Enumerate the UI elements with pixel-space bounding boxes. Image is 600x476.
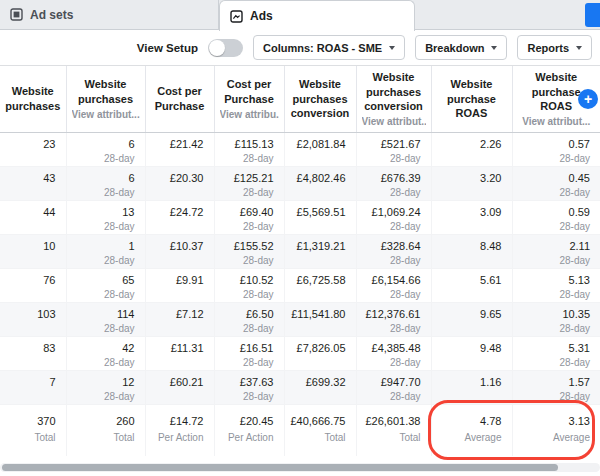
cell: 1.5728-day (512, 370, 600, 404)
cell: £125.2128-day (214, 166, 284, 200)
chevron-down-icon (491, 46, 497, 50)
cell: £16.5128-day (214, 336, 284, 370)
cell: 1228-day (66, 370, 145, 404)
create-button-stub[interactable] (585, 3, 600, 27)
table-header-row: Website purchasesWebsite purchasesView a… (0, 66, 600, 132)
total-cell: £40,666.75Total (284, 404, 356, 456)
cell: 11428-day (66, 302, 145, 336)
cell: £6.5028-day (214, 302, 284, 336)
total-cell: £20.45Per Action (214, 404, 284, 456)
cell: 3.20 (431, 166, 512, 200)
cell: 0.5728-day (512, 132, 600, 166)
cell: £1,069.2428-day (356, 200, 431, 234)
total-cell: 3.13Average (512, 404, 600, 456)
table-row[interactable]: 834228-day£11.31£16.5128-day£7,826.05£4,… (0, 336, 600, 370)
ad-sets-icon (10, 8, 23, 21)
cell: 44 (0, 200, 66, 234)
cell: 2.1128-day (512, 234, 600, 268)
cell: £676.3928-day (356, 166, 431, 200)
chevron-down-icon (389, 46, 395, 50)
view-setup-toggle[interactable] (208, 39, 243, 57)
cell: 3.09 (431, 200, 512, 234)
cell: 0.5928-day (512, 200, 600, 234)
cell: 1328-day (66, 200, 145, 234)
toggle-knob (209, 40, 225, 56)
cell: 6528-day (66, 268, 145, 302)
cell: 9.48 (431, 336, 512, 370)
column-header-1[interactable]: Website purchases (0, 66, 66, 132)
column-header-5[interactable]: Website purchases conversion (284, 66, 356, 132)
total-cell: 370Total (0, 404, 66, 456)
cell: 9.65 (431, 302, 512, 336)
cell: £521.6728-day (356, 132, 431, 166)
cell: £4,385.4828-day (356, 336, 431, 370)
table-row[interactable]: 10311428-day£7.12£6.5028-day£11,541.80£1… (0, 302, 600, 336)
cell: £10.37 (145, 234, 214, 268)
horizontal-scrollbar[interactable] (0, 463, 600, 472)
cell: 10 (0, 234, 66, 268)
column-header-6[interactable]: Website purchases conversionView attribu… (356, 66, 431, 132)
cell: 0.4528-day (512, 166, 600, 200)
table-row[interactable]: 23628-day£21.42£115.1328-day£2,081.84£52… (0, 132, 600, 166)
cell: £7,826.05 (284, 336, 356, 370)
breakdown-button[interactable]: Breakdown (415, 35, 507, 60)
scrollbar-thumb[interactable] (2, 464, 558, 471)
metrics-table: Website purchasesWebsite purchasesView a… (0, 66, 600, 456)
cell: 5.61 (431, 268, 512, 302)
column-header-4[interactable]: Cost per PurchaseView attribu... (214, 66, 284, 132)
table-row[interactable]: 441328-day£24.72£69.4028-day£5,569.51£1,… (0, 200, 600, 234)
total-cell: 4.78Average (431, 404, 512, 456)
cell: 8.48 (431, 234, 512, 268)
reports-button-label: Reports (527, 42, 569, 54)
column-header-7[interactable]: Website purchase ROAS (431, 66, 512, 132)
cell: £11.31 (145, 336, 214, 370)
total-cell: £14.72Per Action (145, 404, 214, 456)
cell: 628-day (66, 132, 145, 166)
cell: £37.6328-day (214, 370, 284, 404)
cell: 4228-day (66, 336, 145, 370)
cell: 628-day (66, 166, 145, 200)
cell: £12,376.6128-day (356, 302, 431, 336)
cell: £699.32 (284, 370, 356, 404)
table-row[interactable]: 10128-day£10.37£155.5228-day£1,319.21£32… (0, 234, 600, 268)
columns-button-label: Columns: ROAS - SME (263, 42, 382, 54)
cell: 128-day (66, 234, 145, 268)
tab-ad-sets[interactable]: Ad sets (0, 0, 219, 29)
cell: £328.6428-day (356, 234, 431, 268)
cell: 43 (0, 166, 66, 200)
plus-icon: + (584, 91, 592, 107)
total-row: 370Total260Total£14.72Per Action£20.45Pe… (0, 404, 600, 456)
cell: £24.72 (145, 200, 214, 234)
add-column-button[interactable]: + (578, 89, 598, 109)
cell: £1,319.21 (284, 234, 356, 268)
tab-ads[interactable]: Ads (219, 0, 415, 31)
cell: 1.16 (431, 370, 512, 404)
breakdown-button-label: Breakdown (425, 42, 484, 54)
ads-icon (230, 10, 243, 23)
table-row[interactable]: 766528-day£9.91£10.5228-day£6,725.58£6,1… (0, 268, 600, 302)
columns-button[interactable]: Columns: ROAS - SME (253, 35, 405, 60)
total-cell: £26,601.38Total (356, 404, 431, 456)
cell: 10.3528-day (512, 302, 600, 336)
cell: 5.3128-day (512, 336, 600, 370)
table-row[interactable]: 71228-day£60.21£37.6328-day£699.32£947.7… (0, 370, 600, 404)
cell: £10.5228-day (214, 268, 284, 302)
cell: £7.12 (145, 302, 214, 336)
ads-manager-screen: Ad sets Ads View Setup Columns: ROAS - S… (0, 0, 600, 476)
column-header-3[interactable]: Cost per Purchase (145, 66, 214, 132)
view-setup-label: View Setup (137, 42, 198, 54)
cell: £947.7028-day (356, 370, 431, 404)
toolbar: View Setup Columns: ROAS - SME Breakdown… (0, 30, 600, 66)
cell: £21.42 (145, 132, 214, 166)
tab-label: Ads (250, 9, 273, 23)
cell: £115.1328-day (214, 132, 284, 166)
cell: £4,802.46 (284, 166, 356, 200)
table-row[interactable]: 43628-day£20.30£125.2128-day£4,802.46£67… (0, 166, 600, 200)
cell: £5,569.51 (284, 200, 356, 234)
cell: 103 (0, 302, 66, 336)
column-header-2[interactable]: Website purchasesView attribut... (66, 66, 145, 132)
cell: £2,081.84 (284, 132, 356, 166)
cell: 2.26 (431, 132, 512, 166)
reports-button[interactable]: Reports (517, 35, 592, 60)
cell: 23 (0, 132, 66, 166)
